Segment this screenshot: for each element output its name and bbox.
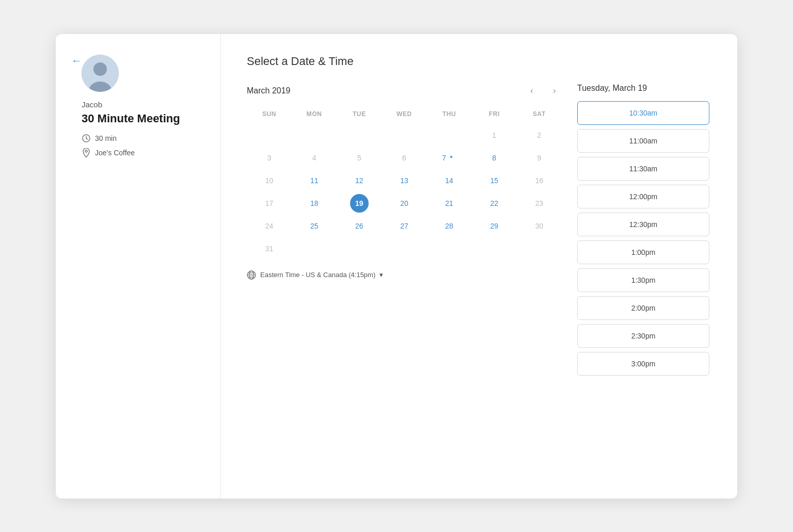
cal-cell-1-6: 9 (530, 149, 548, 167)
calendar-day-headers: SUN MON TUE WED THU FRI SAT (247, 110, 562, 122)
month-label: March 2019 (247, 86, 516, 95)
calendar-grid: SUN MON TUE WED THU FRI SAT 123456789101… (247, 110, 562, 258)
location-icon (82, 148, 91, 157)
calendar-time-wrapper: March 2019 ‹ › SUN MON TUE WED THU FRI S… (247, 84, 711, 478)
cal-cell-0-4 (440, 126, 458, 144)
cal-cell-2-3[interactable]: 13 (395, 171, 414, 190)
cal-cell-0-5: 1 (485, 126, 503, 144)
cal-cell-3-5[interactable]: 22 (485, 194, 503, 213)
calendar-week-4: 24252627282930 (247, 217, 562, 235)
cal-cell-3-6: 23 (530, 194, 548, 213)
cal-cell-1-1: 4 (305, 149, 324, 167)
cal-cell-5-6 (530, 239, 548, 258)
host-name: Jacob (82, 100, 200, 109)
calendar-header: March 2019 ‹ › (247, 84, 562, 98)
calendar-section: March 2019 ‹ › SUN MON TUE WED THU FRI S… (247, 84, 562, 478)
timezone-label: Eastern Time - US & Canada (4:15pm) (260, 271, 375, 279)
calendar-week-2: 10111213141516 (247, 171, 562, 190)
cal-cell-2-4[interactable]: 14 (440, 171, 458, 190)
cal-cell-5-4 (440, 239, 458, 258)
right-panel: Select a Date & Time March 2019 ‹ › SUN … (221, 34, 737, 498)
day-header-mon: MON (292, 110, 337, 122)
svg-point-1 (93, 62, 107, 76)
cal-cell-3-2[interactable]: 19 (350, 194, 369, 213)
cal-cell-5-3 (395, 239, 414, 258)
selected-date-label: Tuesday, March 19 (577, 84, 711, 93)
cal-cell-4-2[interactable]: 26 (350, 217, 369, 235)
cal-cell-4-3[interactable]: 27 (395, 217, 414, 235)
cal-cell-4-1[interactable]: 25 (305, 217, 324, 235)
cal-cell-4-4[interactable]: 28 (440, 217, 458, 235)
cal-cell-2-6: 16 (530, 171, 548, 190)
time-slot-1[interactable]: 11:00am (577, 129, 709, 153)
back-button[interactable]: ← (71, 55, 82, 67)
cal-cell-3-3[interactable]: 20 (395, 194, 414, 213)
timezone-row[interactable]: Eastern Time - US & Canada (4:15pm) ▾ (247, 270, 562, 280)
timezone-dropdown-icon: ▾ (379, 271, 383, 279)
cal-cell-0-2 (350, 126, 369, 144)
day-header-sat: SAT (517, 110, 562, 122)
time-slots-list: 10:30am11:00am11:30am12:00pm12:30pm1:00p… (577, 101, 711, 376)
day-header-fri: FRI (472, 110, 517, 122)
cal-cell-0-3 (395, 126, 414, 144)
cal-cell-4-5[interactable]: 29 (485, 217, 503, 235)
time-slot-6[interactable]: 1:30pm (577, 268, 709, 292)
calendar-week-5: 31 (247, 239, 562, 258)
main-container: ← Jacob 30 Minute Meeting (56, 34, 737, 498)
svg-point-4 (85, 150, 87, 152)
cal-cell-0-1 (305, 126, 324, 144)
cal-cell-4-6: 30 (530, 217, 548, 235)
cal-cell-5-2 (350, 239, 369, 258)
avatar (82, 55, 119, 92)
cal-cell-2-5[interactable]: 15 (485, 171, 503, 190)
cal-cell-1-4[interactable]: 7 (440, 149, 458, 167)
next-month-button[interactable]: › (547, 84, 562, 98)
cal-cell-2-0: 10 (260, 171, 279, 190)
cal-cell-2-2[interactable]: 12 (350, 171, 369, 190)
time-slot-5[interactable]: 1:00pm (577, 240, 709, 264)
cal-cell-2-1[interactable]: 11 (305, 171, 324, 190)
page-wrapper: ← Jacob 30 Minute Meeting (0, 0, 793, 532)
cal-cell-0-6: 2 (530, 126, 548, 144)
cal-cell-5-0: 31 (260, 239, 279, 258)
time-slot-2[interactable]: 11:30am (577, 157, 709, 181)
calendar-week-3: 17181920212223 (247, 194, 562, 213)
cal-cell-3-0: 17 (260, 194, 279, 213)
location-item: Joe's Coffee (82, 148, 200, 157)
cal-cell-1-3: 6 (395, 149, 414, 167)
cal-cell-5-1 (305, 239, 324, 258)
cal-cell-3-4[interactable]: 21 (440, 194, 458, 213)
calendar-week-0: 12 (247, 126, 562, 144)
prev-month-button[interactable]: ‹ (525, 84, 539, 98)
day-header-wed: WED (382, 110, 426, 122)
time-section: Tuesday, March 19 10:30am11:00am11:30am1… (577, 84, 711, 478)
globe-icon (247, 270, 256, 280)
cal-cell-1-2: 5 (350, 149, 369, 167)
duration-label: 30 min (95, 134, 117, 142)
cal-cell-0-0 (260, 126, 279, 144)
calendar-week-1: 3456789 (247, 149, 562, 167)
cal-cell-4-0: 24 (260, 217, 279, 235)
left-panel: ← Jacob 30 Minute Meeting (56, 34, 221, 498)
clock-icon (82, 134, 91, 143)
time-slot-8[interactable]: 2:30pm (577, 324, 709, 348)
meeting-title: 30 Minute Meeting (82, 112, 200, 125)
cal-cell-1-5[interactable]: 8 (485, 149, 503, 167)
duration-item: 30 min (82, 134, 200, 143)
time-slot-3[interactable]: 12:00pm (577, 185, 709, 208)
cal-cell-3-1[interactable]: 18 (305, 194, 324, 213)
section-title: Select a Date & Time (247, 55, 711, 68)
meeting-meta: 30 min Joe's Coffee (82, 134, 200, 157)
location-label: Joe's Coffee (95, 149, 135, 157)
cal-cell-1-0: 3 (260, 149, 279, 167)
time-slot-0[interactable]: 10:30am (577, 101, 709, 125)
cal-cell-5-5 (485, 239, 503, 258)
day-header-thu: THU (427, 110, 472, 122)
time-slot-7[interactable]: 2:00pm (577, 296, 709, 320)
day-header-sun: SUN (247, 110, 292, 122)
time-slot-9[interactable]: 3:00pm (577, 352, 709, 376)
time-slot-4[interactable]: 12:30pm (577, 213, 709, 236)
day-header-tue: TUE (337, 110, 382, 122)
